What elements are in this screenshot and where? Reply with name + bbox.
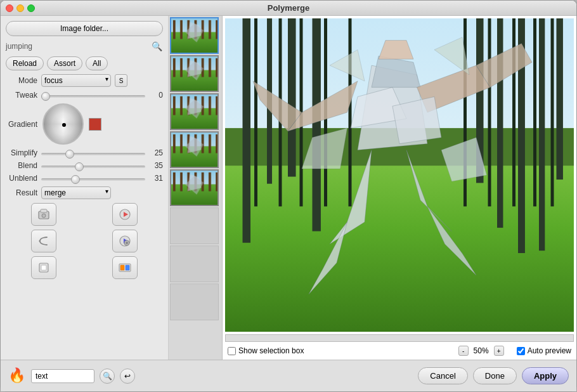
blend-row: Blend 35 <box>6 161 163 170</box>
all-button[interactable]: All <box>86 56 108 70</box>
simplify-label: Simplify <box>6 148 37 157</box>
icon-btn-row-3 <box>6 256 163 279</box>
left-panel: Image folder... jumping 🔍 Reload Assort … <box>1 16 169 360</box>
gradient-label: Gradient <box>6 120 37 129</box>
auto-preview-label[interactable]: Auto preview <box>517 346 571 355</box>
apply-button[interactable]: Apply <box>522 367 569 384</box>
result-select[interactable]: merge blend copy <box>41 186 111 199</box>
blend-slider[interactable] <box>41 166 145 168</box>
search-icon-button[interactable]: 🔍 <box>150 40 163 53</box>
search-text: jumping <box>6 42 148 51</box>
s-button[interactable]: S <box>115 74 127 87</box>
simplify-value: 25 <box>149 148 163 157</box>
preview-image-container <box>225 18 574 332</box>
zoom-value: 50% <box>471 346 491 355</box>
main-content: Image folder... jumping 🔍 Reload Assort … <box>1 16 576 360</box>
close-button[interactable] <box>6 4 13 12</box>
bottom-search-input[interactable] <box>31 369 94 383</box>
bottom-refresh-button[interactable]: ↩ <box>120 369 135 384</box>
main-window: Polymerge Image folder... jumping 🔍 Relo… <box>0 0 577 392</box>
thumbnail-3[interactable] <box>170 93 219 130</box>
cancel-button[interactable]: Cancel <box>418 367 467 384</box>
svg-rect-13 <box>120 265 124 270</box>
tweak-row: Tweak 0 <box>6 91 163 100</box>
svg-rect-14 <box>126 265 129 270</box>
gradient-color-swatch[interactable] <box>89 118 101 131</box>
mode-select-wrapper: focus blend edge color <box>41 74 111 87</box>
unblend-slider-container <box>41 174 145 183</box>
icon-btn-row-2 <box>6 230 163 252</box>
zoom-plus-button[interactable]: + <box>494 346 504 356</box>
result-label: Result <box>6 188 37 197</box>
svg-point-2 <box>42 214 46 218</box>
gradient-area: Gradient <box>6 103 163 145</box>
thumbnail-5[interactable] <box>170 169 219 206</box>
action-row: Reload Assort All <box>6 56 163 70</box>
preview-scrollbar[interactable] <box>225 334 574 342</box>
thumbnail-empty-2 <box>170 245 219 282</box>
tweak-slider[interactable] <box>41 95 145 98</box>
unblend-value: 31 <box>149 174 163 183</box>
zoom-controls: - 50% + <box>458 346 504 356</box>
search-row: jumping 🔍 <box>6 40 163 53</box>
minimize-button[interactable] <box>16 4 24 12</box>
svg-point-9 <box>126 242 128 244</box>
result-select-wrapper: merge blend copy <box>41 186 111 199</box>
thumbnail-1[interactable] <box>170 17 219 54</box>
svg-rect-11 <box>41 265 46 270</box>
show-selection-box-checkbox[interactable] <box>228 347 236 355</box>
blend-value: 35 <box>149 161 163 170</box>
action-icon-btn-4[interactable] <box>112 230 138 252</box>
blend-slider-container <box>41 161 145 170</box>
action-icon-btn-2[interactable] <box>112 203 138 226</box>
unblend-slider[interactable] <box>41 178 145 181</box>
result-row: Result merge blend copy <box>6 186 163 199</box>
preview-controls: Show selection box - 50% + Auto preview <box>223 342 576 360</box>
bottom-bar: 🔥 🔍 ↩ Cancel Done Apply <box>1 360 576 391</box>
preview-area: Show selection box - 50% + Auto preview <box>223 16 576 360</box>
titlebar: Polymerge <box>1 1 576 16</box>
blend-label: Blend <box>6 161 37 170</box>
window-controls <box>6 4 35 12</box>
thumbnail-2[interactable] <box>170 55 219 92</box>
thumbnail-empty-3 <box>170 284 219 320</box>
action-icon-btn-3[interactable] <box>31 230 56 252</box>
tweak-label: Tweak <box>6 91 37 100</box>
unblend-row: Unblend 31 <box>6 174 163 183</box>
action-icon-btn-5[interactable] <box>31 256 56 279</box>
mode-label: Mode <box>6 76 37 85</box>
window-title: Polymerge <box>268 3 309 13</box>
tweak-value: 0 <box>149 91 163 100</box>
gradient-dot <box>62 123 66 127</box>
unblend-label: Unblend <box>6 174 37 183</box>
mode-select[interactable]: focus blend edge color <box>41 74 111 87</box>
thumbnail-panel <box>169 16 223 360</box>
simplify-slider-container <box>41 148 145 157</box>
icon-btn-row-1 <box>6 203 163 226</box>
tweak-slider-container <box>41 91 145 100</box>
gradient-wheel[interactable] <box>42 103 84 145</box>
action-icon-btn-1[interactable] <box>31 203 56 226</box>
fire-icon: 🔥 <box>8 367 26 385</box>
show-selection-box-label[interactable]: Show selection box <box>228 346 304 355</box>
simplify-row: Simplify 25 <box>6 148 163 157</box>
bottom-search-button[interactable]: 🔍 <box>100 369 115 384</box>
done-button[interactable]: Done <box>473 367 517 384</box>
reload-button[interactable]: Reload <box>6 56 44 70</box>
mode-row: Mode focus blend edge color S <box>6 74 163 87</box>
svg-rect-1 <box>41 209 47 212</box>
image-folder-button[interactable]: Image folder... <box>6 21 163 36</box>
svg-marker-5 <box>39 239 41 243</box>
thumbnail-empty-1 <box>170 207 219 244</box>
auto-preview-checkbox[interactable] <box>517 347 525 355</box>
simplify-slider[interactable] <box>41 153 145 155</box>
zoom-minus-button[interactable]: - <box>458 346 469 356</box>
maximize-button[interactable] <box>27 4 35 12</box>
assort-button[interactable]: Assort <box>47 56 82 70</box>
preview-canvas <box>225 18 574 332</box>
action-icon-btn-6[interactable] <box>112 256 138 279</box>
thumbnail-4[interactable] <box>170 131 219 168</box>
